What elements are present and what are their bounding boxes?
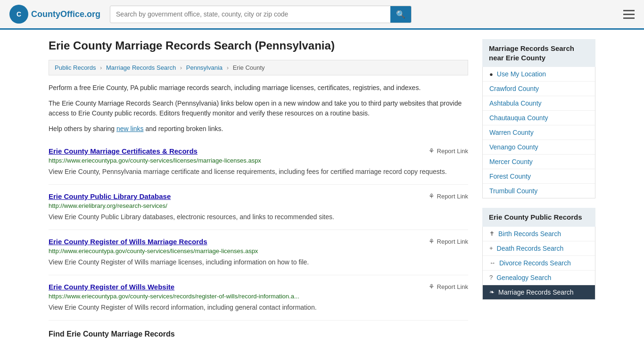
public-record-link[interactable]: Divorce Records Search — [499, 259, 571, 267]
nearby-county-link[interactable]: Forest County — [489, 173, 531, 180]
logo[interactable]: C CountyOffice.org — [9, 5, 100, 24]
result-title: Erie County Register of Wills Marriage R… — [49, 238, 207, 246]
nearby-county-item[interactable]: Trumbull County — [483, 184, 595, 198]
nearby-county-item[interactable]: Forest County — [483, 169, 595, 184]
nearby-county-link[interactable]: Trumbull County — [489, 187, 537, 195]
result-title-link[interactable]: Erie County Register of Wills Marriage R… — [49, 238, 207, 246]
breadcrumb-separator: › — [180, 64, 182, 71]
report-label: Report Link — [437, 193, 468, 200]
report-label: Report Link — [437, 148, 468, 155]
menu-line — [623, 14, 635, 15]
logo-suffix: .org — [84, 9, 100, 19]
breadcrumb-separator: › — [100, 64, 102, 71]
logo-text: CountyOffice.org — [31, 9, 100, 19]
nearby-county-list: ● Use My Location Crawford CountyAshtabu… — [482, 67, 595, 198]
report-link[interactable]: ⚘ Report Link — [429, 238, 468, 245]
report-link[interactable]: ⚘ Report Link — [429, 283, 468, 290]
nearby-county-link[interactable]: Venango County — [489, 143, 538, 151]
public-record-item[interactable]: + Death Records Search — [483, 241, 595, 256]
public-record-link[interactable]: Marriage Records Search — [498, 288, 574, 296]
nearby-county-link[interactable]: Crawford County — [489, 85, 539, 92]
record-icon: + — [489, 245, 493, 252]
result-url[interactable]: https://www.eriecountypa.gov/county-serv… — [49, 157, 468, 164]
result-title-link[interactable]: Erie County Marriage Certificates & Reco… — [49, 147, 198, 155]
nearby-county-item[interactable]: Mercer County — [483, 155, 595, 169]
nearby-county-item[interactable]: Crawford County — [483, 82, 595, 96]
nearby-county-item[interactable]: Ashtabula County — [483, 96, 595, 111]
report-icon: ⚘ — [429, 238, 435, 245]
description-para2: The Erie County Marriage Records Search … — [49, 99, 468, 118]
record-icon: ? — [489, 274, 493, 281]
svg-text:C: C — [17, 10, 21, 18]
nearby-county-link[interactable]: Warren County — [489, 129, 534, 136]
nearby-county-item[interactable]: Warren County — [483, 125, 595, 140]
content-area: Erie County Marriage Records Search (Pen… — [49, 39, 468, 340]
breadcrumb-link-marriage-records[interactable]: Marriage Records Search — [106, 64, 176, 71]
menu-line — [623, 10, 635, 11]
result-desc: View Erie County Register of Wills recor… — [49, 303, 468, 313]
use-my-location-item[interactable]: ● Use My Location — [483, 67, 595, 82]
result-desc: View Erie County Register of Wills marri… — [49, 257, 468, 267]
description-para1: Perform a free Erie County, PA public ma… — [49, 83, 468, 93]
result-item: Erie County Public Library Database ⚘ Re… — [49, 185, 468, 230]
public-record-item[interactable]: ✝ Birth Records Search — [483, 227, 595, 241]
breadcrumb-separator: › — [227, 64, 229, 71]
search-icon: 🔍 — [396, 10, 405, 18]
breadcrumb-link-pennsylvania[interactable]: Pennsylvania — [186, 64, 223, 71]
description-para3: Help others by sharing new links and rep… — [49, 124, 468, 134]
record-icon: ↔ — [489, 259, 495, 266]
nearby-county-link[interactable]: Mercer County — [489, 158, 533, 165]
public-record-item[interactable]: ? Genealogy Search — [483, 271, 595, 285]
nearby-county-link[interactable]: Chautauqua County — [489, 114, 548, 122]
result-header: Erie County Register of Wills Marriage R… — [49, 238, 468, 246]
report-icon: ⚘ — [429, 147, 435, 155]
report-link[interactable]: ⚘ Report Link — [429, 147, 468, 155]
main-container: Erie County Marriage Records Search (Pen… — [39, 30, 605, 350]
result-title: Erie County Public Library Database — [49, 192, 171, 200]
result-url[interactable]: https://www.eriecountypa.gov/county-serv… — [49, 293, 468, 300]
record-icon: ❧ — [489, 288, 495, 296]
public-record-item[interactable]: ↔ Divorce Records Search — [483, 256, 595, 271]
breadcrumb-link-public-records[interactable]: Public Records — [55, 64, 96, 71]
nearby-heading: Marriage Records Search near Erie County — [482, 39, 595, 67]
menu-line — [623, 17, 635, 19]
result-title: Erie County Register of Wills Website — [49, 283, 174, 291]
breadcrumb-current: Erie County — [233, 64, 265, 71]
result-url[interactable]: http://www.erielibrary.org/research-serv… — [49, 202, 468, 209]
use-my-location-link[interactable]: Use My Location — [497, 70, 546, 78]
result-desc: View Erie County Public Library database… — [49, 212, 468, 222]
breadcrumb: Public Records › Marriage Records Search… — [49, 60, 468, 75]
result-item: Erie County Register of Wills Marriage R… — [49, 230, 468, 275]
search-button[interactable]: 🔍 — [390, 6, 411, 23]
result-title-link[interactable]: Erie County Public Library Database — [49, 192, 171, 200]
public-record-link[interactable]: Birth Records Search — [498, 230, 561, 238]
logo-icon: C — [9, 5, 28, 24]
result-item: Erie County Marriage Certificates & Reco… — [49, 140, 468, 185]
sidebar: Marriage Records Search near Erie County… — [482, 39, 595, 340]
public-record-item[interactable]: ❧ Marriage Records Search — [483, 285, 595, 299]
result-url[interactable]: http://www.eriecountypa.gov/county-servi… — [49, 247, 468, 255]
find-section-heading: Find Erie County Marriage Records — [49, 330, 468, 340]
report-icon: ⚘ — [429, 192, 435, 200]
nearby-county-item[interactable]: Venango County — [483, 140, 595, 155]
new-links-link[interactable]: new links — [116, 125, 144, 132]
result-header: Erie County Register of Wills Website ⚘ … — [49, 283, 468, 291]
report-label: Report Link — [437, 283, 468, 290]
nearby-county-link[interactable]: Ashtabula County — [489, 99, 542, 107]
record-icon: ✝ — [489, 230, 495, 237]
nearby-counties-box: Marriage Records Search near Erie County… — [482, 39, 595, 198]
report-link[interactable]: ⚘ Report Link — [429, 192, 468, 200]
result-header: Erie County Public Library Database ⚘ Re… — [49, 192, 468, 200]
header: C CountyOffice.org 🔍 — [0, 0, 644, 30]
public-records-list: ✝ Birth Records Search + Death Records S… — [482, 227, 595, 300]
search-input[interactable] — [110, 7, 390, 22]
nearby-county-item[interactable]: Chautauqua County — [483, 111, 595, 125]
results-container: Erie County Marriage Certificates & Reco… — [49, 140, 468, 321]
public-records-box: Erie County Public Records ✝ Birth Recor… — [482, 208, 595, 300]
search-container: 🔍 — [110, 6, 412, 23]
result-title: Erie County Marriage Certificates & Reco… — [49, 147, 198, 155]
public-record-link[interactable]: Genealogy Search — [496, 274, 551, 281]
public-record-link[interactable]: Death Records Search — [497, 245, 564, 252]
hamburger-menu[interactable] — [623, 10, 635, 19]
result-title-link[interactable]: Erie County Register of Wills Website — [49, 283, 174, 291]
